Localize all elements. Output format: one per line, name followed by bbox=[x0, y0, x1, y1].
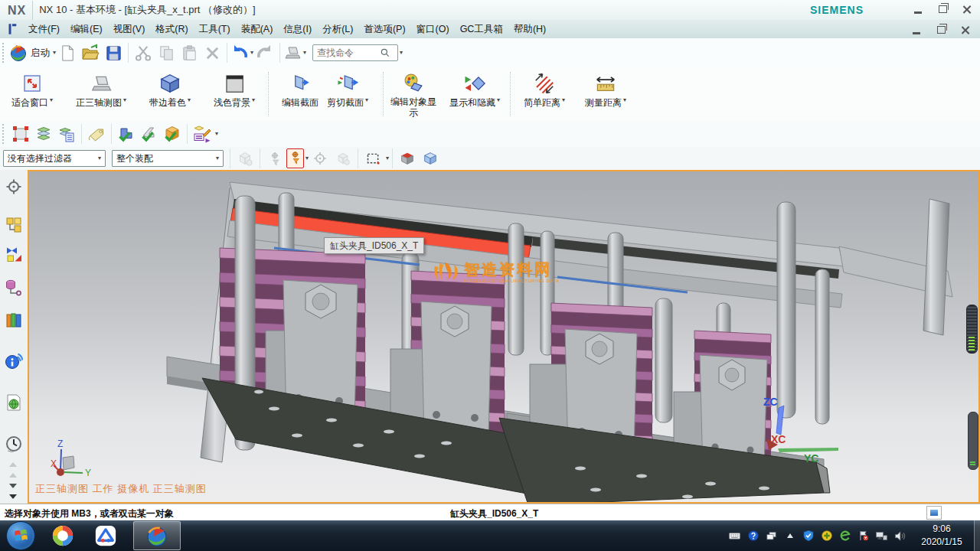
model-3d[interactable]: ZC XC YC Z X Y bbox=[29, 171, 978, 502]
cut-button[interactable] bbox=[132, 41, 155, 64]
chevron-down-icon[interactable]: ▾ bbox=[386, 155, 389, 161]
taskbar-app-browser[interactable] bbox=[47, 522, 78, 549]
highlight-faces-button[interactable] bbox=[396, 148, 419, 169]
hd3d-tools-button[interactable] bbox=[5, 393, 23, 412]
menu-item-view[interactable]: 视图(V) bbox=[108, 21, 151, 38]
snap-previous-button[interactable] bbox=[263, 148, 286, 169]
paste-button[interactable] bbox=[178, 41, 201, 64]
history-button[interactable] bbox=[5, 435, 23, 453]
undo-button[interactable]: ▾ bbox=[230, 41, 253, 64]
toolbar-grip[interactable] bbox=[2, 43, 7, 63]
redo-button[interactable] bbox=[253, 41, 276, 64]
window-tray-button[interactable] bbox=[765, 530, 778, 543]
chevron-down-icon: ▾ bbox=[303, 50, 306, 56]
snap-assembly-button[interactable] bbox=[332, 148, 354, 169]
delete-button[interactable] bbox=[201, 41, 224, 64]
graphics-window[interactable]: ZC XC YC Z X Y 缸头夹具_ID506_X_T 智造资料网 INTE… bbox=[28, 170, 980, 504]
menu-item-preferences[interactable]: 首选项(P) bbox=[358, 21, 410, 38]
type-filter-dropdown[interactable]: 没有选择过滤器 ▾ bbox=[3, 150, 106, 167]
scroll-down-button[interactable] bbox=[9, 484, 17, 488]
open-file-button[interactable] bbox=[79, 41, 102, 64]
save-button[interactable] bbox=[102, 41, 125, 64]
minimize-button[interactable] bbox=[910, 2, 926, 16]
check-cube-button[interactable] bbox=[161, 123, 184, 145]
chevron-down-icon[interactable]: ▾ bbox=[400, 50, 403, 56]
selection-box-icon bbox=[11, 125, 30, 143]
reuse-library-button[interactable] bbox=[5, 311, 23, 329]
menu-item-analysis[interactable]: 分析(L) bbox=[317, 21, 358, 38]
menu-item-format[interactable]: 格式(R) bbox=[150, 21, 193, 38]
search-input[interactable] bbox=[315, 47, 380, 59]
ribbon-button-simple-distance[interactable]: 简单距离▾ bbox=[514, 70, 574, 118]
roles-button[interactable] bbox=[5, 178, 23, 196]
part-navigator-button[interactable] bbox=[5, 279, 23, 297]
ribbon-button-measure-distance[interactable]: 测量距离▾ bbox=[576, 70, 635, 118]
attributes-button[interactable] bbox=[191, 123, 214, 145]
ribbon-button-isometric-view[interactable]: 正三轴测图▾ bbox=[66, 70, 136, 118]
menu-item-assemblies[interactable]: 装配(A) bbox=[236, 21, 279, 38]
close-button[interactable] bbox=[959, 2, 975, 16]
constraint-navigator-button[interactable] bbox=[5, 245, 23, 263]
help-tray-button[interactable] bbox=[746, 530, 760, 543]
copy-button[interactable] bbox=[155, 41, 178, 64]
network-tray-button[interactable] bbox=[875, 530, 888, 543]
taskbar-app-nx[interactable] bbox=[133, 521, 181, 550]
check-block-button[interactable] bbox=[115, 123, 138, 145]
snap-rotate-button[interactable] bbox=[309, 148, 332, 169]
taskbar-app-netdisk[interactable] bbox=[90, 522, 121, 549]
security-tray-button[interactable] bbox=[802, 530, 815, 543]
window-toggle-button[interactable] bbox=[926, 506, 942, 520]
marquee-select-button[interactable] bbox=[361, 148, 384, 169]
select-in-assembly-button[interactable] bbox=[234, 148, 256, 169]
child-minimize-button[interactable] bbox=[908, 23, 925, 37]
scroll-up-button[interactable] bbox=[9, 473, 17, 478]
child-restore-button[interactable] bbox=[933, 23, 949, 37]
taskbar-clock[interactable]: 9:06 2020/1/15 bbox=[911, 523, 972, 549]
expand-panel-button[interactable] bbox=[9, 494, 17, 499]
restore-button[interactable] bbox=[934, 2, 951, 16]
chevron-down-icon[interactable]: ▾ bbox=[215, 131, 218, 137]
volume-tray-button[interactable] bbox=[893, 530, 906, 543]
layer-category-button[interactable] bbox=[55, 123, 78, 145]
action-center-button[interactable] bbox=[857, 530, 870, 543]
speaker-icon bbox=[893, 530, 906, 543]
menu-item-gc-toolbox[interactable]: GC工具箱 bbox=[455, 21, 508, 38]
ribbon-button-show-and-hide[interactable]: 显示和隐藏▾ bbox=[443, 70, 507, 118]
toolbar-grip[interactable] bbox=[2, 124, 7, 144]
ribbon-button-light-background[interactable]: 浅色背景▾ bbox=[204, 70, 265, 118]
search-icon[interactable] bbox=[380, 47, 390, 58]
antivirus-tray-button[interactable] bbox=[820, 530, 833, 543]
show-hidden-icons-button[interactable] bbox=[783, 530, 796, 543]
scope-filter-dropdown[interactable]: 整个装配 ▾ bbox=[112, 150, 224, 167]
child-close-button[interactable] bbox=[957, 23, 974, 37]
scroll-up-button[interactable] bbox=[9, 462, 17, 467]
snap-point-toggle[interactable] bbox=[286, 148, 304, 168]
menu-item-information[interactable]: 信息(I) bbox=[278, 21, 317, 38]
browser-tray-button[interactable] bbox=[838, 530, 851, 543]
menu-item-help[interactable]: 帮助(H) bbox=[508, 21, 551, 38]
clip-slider-handle[interactable] bbox=[966, 305, 978, 354]
annotation-button[interactable] bbox=[85, 123, 108, 145]
move-component-button[interactable] bbox=[9, 123, 32, 145]
menu-item-window[interactable]: 窗口(O) bbox=[411, 21, 455, 38]
ribbon-button-edit-object-display[interactable]: 编辑对象显示 bbox=[386, 70, 441, 118]
menu-item-file[interactable]: 文件(F) bbox=[23, 21, 65, 38]
ribbon-button-fit-window[interactable]: 适合窗口▾ bbox=[2, 70, 63, 118]
ribbon-button-shaded-with-edges[interactable]: 带边着色▾ bbox=[139, 70, 201, 118]
input-method-button[interactable] bbox=[728, 530, 741, 543]
start-button[interactable] bbox=[6, 521, 35, 550]
ribbon-button-clip-section[interactable]: 剪切截面▾ bbox=[317, 70, 378, 118]
transparent-faces-button[interactable] bbox=[419, 148, 442, 169]
new-file-button[interactable] bbox=[56, 41, 79, 64]
start-menu-button[interactable]: 启动 ▾ bbox=[9, 41, 56, 64]
menu-item-edit[interactable]: 编辑(E) bbox=[65, 21, 108, 38]
scrollbar-handle[interactable] bbox=[968, 412, 978, 470]
display-mode-button[interactable]: ▾ bbox=[283, 41, 306, 64]
show-desktop-button[interactable] bbox=[974, 520, 980, 551]
assembly-navigator-button[interactable] bbox=[5, 216, 23, 234]
menu-item-tools[interactable]: 工具(T) bbox=[194, 21, 236, 38]
layer-settings-button[interactable] bbox=[32, 123, 55, 145]
check-tool-button[interactable] bbox=[138, 123, 161, 145]
internet-explorer-button[interactable] bbox=[5, 352, 23, 370]
ribbon-divider bbox=[383, 72, 384, 116]
